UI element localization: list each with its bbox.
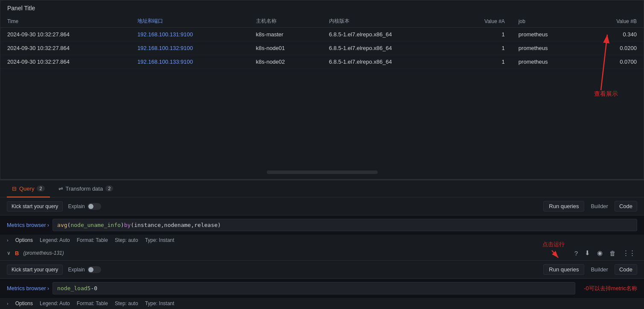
cell-hostname: k8s-master [249, 28, 322, 41]
cell-job: prometheus [512, 55, 585, 69]
table-row: 2024-09-30 10:32:27.864 192.168.100.133:… [0, 55, 644, 69]
query-b-input-row: Metrics browser › node_load5-0 -0可以去掉met… [0, 279, 644, 298]
query-a-toolbar: Kick start your query Explain Run querie… [0, 197, 644, 215]
cell-time: 2024-09-30 10:32:27.864 [0, 55, 131, 69]
options-format-a: Format: Table [77, 237, 108, 243]
transform-tab-label: Transform data [66, 185, 103, 192]
tab-query[interactable]: ⊟ Query 2 [7, 180, 50, 197]
transform-tab-icon: ⇌ [58, 185, 63, 192]
explain-switch-b[interactable] [87, 266, 101, 273]
cell-valueA: 1 [453, 41, 512, 55]
metrics-browser-arrow-b: › [47, 285, 49, 291]
query-a-options-row[interactable]: › Options Legend: Auto Format: Table Ste… [0, 235, 644, 246]
query-tab-badge: 2 [37, 185, 44, 191]
cell-valueA: 1 [453, 28, 512, 41]
query-b-download-btn[interactable]: ⬇ [583, 248, 592, 258]
query-b-label: B [15, 250, 19, 256]
metrics-browser-link-a[interactable]: Metrics browser › [7, 222, 49, 228]
code-button-b[interactable]: Code [615, 264, 637, 275]
query-a-code-display[interactable]: avg(node_uname_info) by(instance,nodenam… [52, 219, 637, 231]
query-b-help-btn[interactable]: ? [573, 249, 580, 258]
explain-toggle-a: Explain [68, 203, 101, 210]
cell-job: prometheus [512, 28, 585, 41]
options-chevron-a: › [7, 238, 9, 243]
query-tab-icon: ⊟ [12, 185, 17, 192]
panel-title: Panel Title [0, 0, 644, 15]
explain-toggle-b: Explain [68, 266, 101, 273]
cell-hostname: k8s-node02 [249, 55, 322, 69]
cell-address: 192.168.100.132:9100 [131, 41, 249, 55]
options-chevron-b: › [7, 301, 9, 306]
col-header-valueB: Value #B [585, 15, 644, 28]
options-step-b: Step: auto [115, 300, 138, 306]
col-header-valueA: Value #A [453, 15, 512, 28]
cell-address: 192.168.100.131:9100 [131, 28, 249, 41]
table-row: 2024-09-30 10:32:27.864 192.168.100.132:… [0, 41, 644, 55]
code-button-a[interactable]: Code [615, 201, 637, 212]
code-labels-a: instance,nodename,release [134, 222, 218, 228]
query-b-code-display[interactable]: node_load5-0 [52, 282, 575, 294]
col-header-kernel: 内核版本 [322, 15, 453, 28]
cell-job: prometheus [512, 41, 585, 55]
cell-valueB: 0.0700 [585, 55, 644, 69]
transform-tab-badge: 2 [105, 185, 113, 191]
query-b-drag-btn[interactable]: ⋮⋮ [621, 248, 637, 258]
query-b-subtitle: (prometheus-131) [23, 250, 64, 256]
code-by-a: by [124, 222, 131, 228]
cell-address: 192.168.100.133:9100 [131, 55, 249, 69]
code-metric-a: node_uname_info [70, 222, 120, 228]
query-b-actions: ? ⬇ ◉ 🗑 ⋮⋮ [573, 248, 637, 258]
explain-switch-a[interactable] [87, 203, 101, 210]
cell-kernel: 6.8.5-1.el7.elrepo.x86_64 [322, 55, 453, 69]
query-b-delete-btn[interactable]: 🗑 [608, 249, 618, 258]
query-a-toolbar-right: Run queries Builder Code [543, 201, 637, 212]
col-header-time: Time [0, 15, 131, 28]
query-b-toolbar-right: 点击运行 Run queries Builder Code [543, 264, 637, 275]
cell-time: 2024-09-30 10:32:27.864 [0, 28, 131, 41]
builder-button-b[interactable]: Builder [586, 264, 612, 275]
table-row: 2024-09-30 10:32:27.864 192.168.100.131:… [0, 28, 644, 41]
builder-button-a[interactable]: Builder [586, 201, 612, 212]
options-label-a: Options [15, 237, 33, 243]
explain-label-b: Explain [68, 267, 85, 273]
run-queries-button-b[interactable]: Run queries [543, 264, 584, 275]
panel-area: Panel Title Time 地址和端口 主机名称 内核版本 Value #… [0, 0, 644, 180]
explain-label-a: Explain [68, 203, 85, 209]
run-queries-button-a[interactable]: Run queries [543, 201, 584, 212]
cell-hostname: k8s-node01 [249, 41, 322, 55]
options-step-a: Step: auto [115, 237, 138, 243]
annotation-note-text: -0可以去掉metric名称 [584, 285, 637, 292]
query-b-toolbar: Kick start your query Explain 点击运行 [0, 261, 644, 279]
tab-transform[interactable]: ⇌ Transform data 2 [53, 180, 119, 197]
options-format-b: Format: Table [77, 300, 108, 306]
col-header-job: job [512, 15, 585, 28]
query-b-eye-btn[interactable]: ◉ [595, 248, 604, 258]
query-tab-label: Query [19, 185, 34, 192]
options-legend-b: Legend: Auto [40, 300, 70, 306]
scrollbar[interactable] [267, 171, 378, 174]
cell-kernel: 6.8.5-1.el7.elrepo.x86_64 [322, 41, 453, 55]
query-b-options-row[interactable]: › Options Legend: Auto Format: Table Ste… [0, 298, 644, 309]
query-a-toolbar-left: Kick start your query Explain [7, 201, 101, 212]
cell-kernel: 6.8.5-1.el7.elrepo.x86_64 [322, 28, 453, 41]
cell-time: 2024-09-30 10:32:27.864 [0, 41, 131, 55]
kick-start-button-a[interactable]: Kick start your query [7, 201, 63, 212]
col-header-address: 地址和端口 [131, 15, 249, 28]
options-type-b: Type: Instant [145, 300, 175, 306]
query-b-chevron[interactable]: ∨ [7, 250, 11, 256]
col-header-hostname: 主机名称 [249, 15, 322, 28]
options-type-a: Type: Instant [145, 237, 175, 243]
query-a-input-row: Metrics browser › avg(node_uname_info) b… [0, 215, 644, 235]
data-table: Time 地址和端口 主机名称 内核版本 Value #A job Value … [0, 15, 644, 69]
query-b-toolbar-left: Kick start your query Explain [7, 265, 101, 275]
options-label-b: Options [15, 300, 33, 306]
cell-valueA: 1 [453, 55, 512, 69]
annotation-text-1: 查看展示 [594, 90, 618, 98]
cell-valueB: 0.340 [585, 28, 644, 41]
kick-start-button-b[interactable]: Kick start your query [7, 265, 63, 275]
tabs-bar: ⊟ Query 2 ⇌ Transform data 2 [0, 180, 644, 197]
metrics-browser-link-b[interactable]: Metrics browser › [7, 285, 49, 291]
code-avg-a: avg [57, 222, 67, 228]
options-legend-a: Legend: Auto [40, 237, 70, 243]
query-b-header: ∨ B (prometheus-131) ? ⬇ ◉ 🗑 ⋮⋮ [0, 246, 644, 261]
